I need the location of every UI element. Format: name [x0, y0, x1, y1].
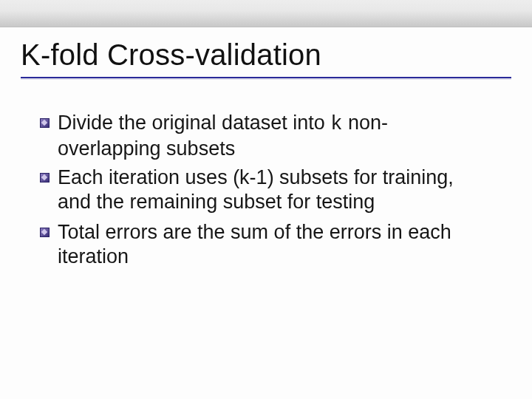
list-item: Total errors are the sum of the errors i…: [58, 220, 489, 270]
bullet-text-mono: k: [330, 113, 342, 135]
title-bar-decoration: [0, 0, 532, 27]
bullet-text-pre: Each iteration uses (k-1) subsets for tr…: [58, 166, 454, 213]
diamond-bullet-icon: [40, 173, 50, 183]
body-text: Divide the original dataset into k non-o…: [58, 111, 489, 275]
list-item: Each iteration uses (k-1) subsets for tr…: [58, 166, 489, 216]
bullet-text-pre: Total errors are the sum of the errors i…: [58, 221, 451, 267]
slide-title: K-fold Cross-validation: [21, 38, 511, 71]
bullet-text-pre: Divide the original dataset into: [58, 112, 330, 134]
diamond-bullet-icon: [40, 228, 50, 237]
list-item: Divide the original dataset into k non-o…: [58, 111, 489, 161]
diamond-bullet-icon: [40, 118, 50, 128]
slide: K-fold Cross-validation Divide the origi…: [0, 0, 532, 399]
title-area: K-fold Cross-validation: [21, 38, 511, 78]
title-underline: [21, 77, 511, 78]
